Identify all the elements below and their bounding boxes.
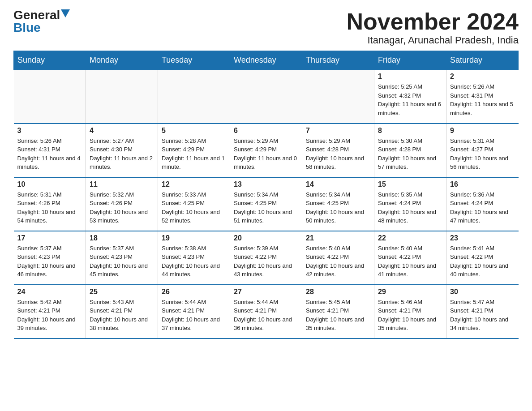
day-number: 3: [17, 127, 82, 135]
weekday-header-sunday: Sunday: [14, 51, 86, 70]
calendar-table: SundayMondayTuesdayWednesdayThursdayFrid…: [13, 51, 519, 339]
day-number: 4: [90, 127, 154, 135]
day-number: 1: [378, 73, 442, 81]
day-number: 21: [306, 234, 370, 242]
day-info: Sunrise: 5:37 AM Sunset: 4:23 PM Dayligh…: [17, 244, 82, 279]
calendar-cell: 11Sunrise: 5:32 AM Sunset: 4:26 PM Dayli…: [86, 177, 158, 231]
calendar-cell: 12Sunrise: 5:33 AM Sunset: 4:25 PM Dayli…: [158, 177, 230, 231]
day-number: 30: [450, 288, 515, 296]
calendar-header: SundayMondayTuesdayWednesdayThursdayFrid…: [14, 51, 519, 70]
week-row-3: 10Sunrise: 5:31 AM Sunset: 4:26 PM Dayli…: [14, 177, 519, 231]
day-number: 9: [450, 127, 515, 135]
day-number: 17: [17, 234, 82, 242]
weekday-header-monday: Monday: [86, 51, 158, 70]
day-info: Sunrise: 5:35 AM Sunset: 4:24 PM Dayligh…: [378, 190, 442, 225]
day-number: 18: [90, 234, 154, 242]
day-info: Sunrise: 5:47 AM Sunset: 4:21 PM Dayligh…: [450, 298, 515, 333]
week-row-5: 24Sunrise: 5:42 AM Sunset: 4:21 PM Dayli…: [14, 285, 519, 338]
day-number: 26: [162, 288, 226, 296]
day-number: 28: [306, 288, 370, 296]
day-info: Sunrise: 5:26 AM Sunset: 4:31 PM Dayligh…: [450, 82, 515, 117]
weekday-header-tuesday: Tuesday: [158, 51, 230, 70]
day-info: Sunrise: 5:29 AM Sunset: 4:28 PM Dayligh…: [306, 137, 370, 171]
day-info: Sunrise: 5:45 AM Sunset: 4:21 PM Dayligh…: [306, 298, 370, 333]
day-info: Sunrise: 5:46 AM Sunset: 4:21 PM Dayligh…: [378, 298, 442, 333]
day-number: 23: [450, 234, 515, 242]
day-info: Sunrise: 5:30 AM Sunset: 4:28 PM Dayligh…: [378, 137, 442, 171]
day-info: Sunrise: 5:44 AM Sunset: 4:21 PM Dayligh…: [234, 298, 298, 333]
day-info: Sunrise: 5:38 AM Sunset: 4:23 PM Dayligh…: [162, 244, 226, 279]
day-number: 13: [234, 180, 298, 188]
calendar-cell: 20Sunrise: 5:39 AM Sunset: 4:22 PM Dayli…: [230, 231, 302, 285]
calendar-cell: 3Sunrise: 5:26 AM Sunset: 4:31 PM Daylig…: [14, 124, 86, 177]
weekday-header-saturday: Saturday: [446, 51, 519, 70]
day-number: 11: [90, 180, 154, 188]
day-info: Sunrise: 5:44 AM Sunset: 4:21 PM Dayligh…: [162, 298, 226, 333]
calendar-cell: 1Sunrise: 5:25 AM Sunset: 4:32 PM Daylig…: [374, 70, 446, 124]
calendar-cell: 6Sunrise: 5:29 AM Sunset: 4:29 PM Daylig…: [230, 124, 302, 177]
calendar-cell: 9Sunrise: 5:31 AM Sunset: 4:27 PM Daylig…: [446, 124, 519, 177]
calendar-cell: 7Sunrise: 5:29 AM Sunset: 4:28 PM Daylig…: [302, 124, 374, 177]
calendar-cell: 22Sunrise: 5:40 AM Sunset: 4:22 PM Dayli…: [374, 231, 446, 285]
day-info: Sunrise: 5:34 AM Sunset: 4:25 PM Dayligh…: [306, 190, 370, 225]
day-info: Sunrise: 5:26 AM Sunset: 4:31 PM Dayligh…: [17, 137, 82, 171]
calendar-cell: 14Sunrise: 5:34 AM Sunset: 4:25 PM Dayli…: [302, 177, 374, 231]
location-title: Itanagar, Arunachal Pradesh, India: [347, 34, 519, 46]
calendar-cell: 16Sunrise: 5:36 AM Sunset: 4:24 PM Dayli…: [446, 177, 519, 231]
calendar-cell: 2Sunrise: 5:26 AM Sunset: 4:31 PM Daylig…: [446, 70, 519, 124]
day-number: 25: [90, 288, 154, 296]
day-info: Sunrise: 5:27 AM Sunset: 4:30 PM Dayligh…: [90, 137, 154, 171]
calendar-cell: 24Sunrise: 5:42 AM Sunset: 4:21 PM Dayli…: [14, 285, 86, 338]
day-number: 14: [306, 180, 370, 188]
day-info: Sunrise: 5:31 AM Sunset: 4:27 PM Dayligh…: [450, 137, 515, 171]
day-number: 12: [162, 180, 226, 188]
calendar-cell: [230, 70, 302, 124]
day-number: 19: [162, 234, 226, 242]
calendar-cell: 5Sunrise: 5:28 AM Sunset: 4:29 PM Daylig…: [158, 124, 230, 177]
day-info: Sunrise: 5:40 AM Sunset: 4:22 PM Dayligh…: [306, 244, 370, 279]
day-info: Sunrise: 5:40 AM Sunset: 4:22 PM Dayligh…: [378, 244, 442, 279]
day-info: Sunrise: 5:37 AM Sunset: 4:23 PM Dayligh…: [90, 244, 154, 279]
day-number: 10: [17, 180, 82, 188]
calendar-cell: 29Sunrise: 5:46 AM Sunset: 4:21 PM Dayli…: [374, 285, 446, 338]
calendar-cell: 26Sunrise: 5:44 AM Sunset: 4:21 PM Dayli…: [158, 285, 230, 338]
calendar-cell: 23Sunrise: 5:41 AM Sunset: 4:22 PM Dayli…: [446, 231, 519, 285]
weekday-header-friday: Friday: [374, 51, 446, 70]
calendar-cell: 19Sunrise: 5:38 AM Sunset: 4:23 PM Dayli…: [158, 231, 230, 285]
day-number: 22: [378, 234, 442, 242]
header: General Blue November 2024 Itanagar, Aru…: [13, 9, 519, 46]
day-number: 27: [234, 288, 298, 296]
weekday-header-row: SundayMondayTuesdayWednesdayThursdayFrid…: [14, 51, 519, 70]
day-number: 20: [234, 234, 298, 242]
calendar-cell: [86, 70, 158, 124]
day-number: 8: [378, 127, 442, 135]
calendar-cell: 28Sunrise: 5:45 AM Sunset: 4:21 PM Dayli…: [302, 285, 374, 338]
day-info: Sunrise: 5:28 AM Sunset: 4:29 PM Dayligh…: [162, 137, 226, 171]
day-number: 7: [306, 127, 370, 135]
day-info: Sunrise: 5:41 AM Sunset: 4:22 PM Dayligh…: [450, 244, 515, 279]
day-number: 5: [162, 127, 226, 135]
day-number: 24: [17, 288, 82, 296]
calendar-cell: 15Sunrise: 5:35 AM Sunset: 4:24 PM Dayli…: [374, 177, 446, 231]
calendar-cell: 18Sunrise: 5:37 AM Sunset: 4:23 PM Dayli…: [86, 231, 158, 285]
day-info: Sunrise: 5:29 AM Sunset: 4:29 PM Dayligh…: [234, 137, 298, 171]
calendar-cell: 10Sunrise: 5:31 AM Sunset: 4:26 PM Dayli…: [14, 177, 86, 231]
week-row-4: 17Sunrise: 5:37 AM Sunset: 4:23 PM Dayli…: [14, 231, 519, 285]
day-info: Sunrise: 5:34 AM Sunset: 4:25 PM Dayligh…: [234, 190, 298, 225]
logo-triangle-icon: [61, 9, 70, 17]
calendar-cell: [158, 70, 230, 124]
day-number: 15: [378, 180, 442, 188]
day-info: Sunrise: 5:33 AM Sunset: 4:25 PM Dayligh…: [162, 190, 226, 225]
calendar-cell: 21Sunrise: 5:40 AM Sunset: 4:22 PM Dayli…: [302, 231, 374, 285]
calendar-cell: 17Sunrise: 5:37 AM Sunset: 4:23 PM Dayli…: [14, 231, 86, 285]
weekday-header-thursday: Thursday: [302, 51, 374, 70]
day-info: Sunrise: 5:39 AM Sunset: 4:22 PM Dayligh…: [234, 244, 298, 279]
day-info: Sunrise: 5:42 AM Sunset: 4:21 PM Dayligh…: [17, 298, 82, 333]
day-number: 2: [450, 73, 515, 81]
title-area: November 2024 Itanagar, Arunachal Prades…: [347, 9, 519, 46]
day-number: 16: [450, 180, 515, 188]
calendar-cell: 27Sunrise: 5:44 AM Sunset: 4:21 PM Dayli…: [230, 285, 302, 338]
calendar-cell: 13Sunrise: 5:34 AM Sunset: 4:25 PM Dayli…: [230, 177, 302, 231]
weekday-header-wednesday: Wednesday: [230, 51, 302, 70]
day-info: Sunrise: 5:25 AM Sunset: 4:32 PM Dayligh…: [378, 82, 442, 117]
